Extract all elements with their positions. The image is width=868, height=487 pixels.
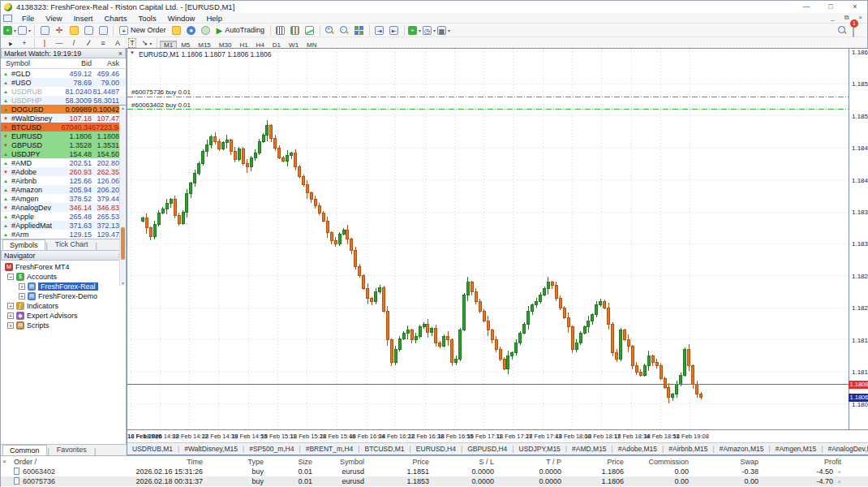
navigator-account-freshforex-real[interactable]: +▤FreshForex-Real — [1, 282, 126, 291]
horizontal-line-tool[interactable]: — — [53, 37, 66, 49]
market-watch-row[interactable]: ▲USDRUB81.024081.4487 — [1, 87, 126, 96]
market-watch-row[interactable]: ▼#WaltDisney107.18107.47 — [1, 114, 126, 123]
periods-button[interactable]: ◷ — [423, 24, 436, 36]
tree-expander-icon[interactable]: + — [19, 293, 25, 300]
market-watch-scrollbar[interactable]: ▲▼ — [119, 106, 126, 286]
market-watch-row[interactable]: ▲#Airbnb125.66126.06 — [1, 176, 126, 185]
tree-expander-icon[interactable]: + — [19, 283, 25, 290]
new-chart-button[interactable]: + — [3, 24, 16, 36]
market-watch-row[interactable]: ▲DOGUSD0.099890.10042 — [1, 105, 126, 114]
indicators-button[interactable]: + — [408, 24, 421, 36]
col-header-price[interactable]: Price — [565, 458, 627, 466]
autotrading-button[interactable]: ▶ AutoTrading — [214, 24, 267, 36]
mdi-minimize-button[interactable]: _ — [826, 14, 840, 22]
text-tool[interactable]: A — [111, 37, 124, 49]
market-watch-row[interactable]: ▲#USO78.6979.00 — [1, 78, 126, 87]
trendline-tool[interactable]: / — [67, 37, 80, 49]
zoom-out-button[interactable]: - — [338, 24, 351, 36]
arrows-tool[interactable]: ➘ — [140, 37, 153, 49]
col-header-size[interactable]: Size — [267, 458, 316, 466]
market-watch-row[interactable]: ▲#Apple265.48265.53 — [1, 212, 126, 221]
market-watch-row[interactable]: ▼EURUSD1.18061.1808 — [1, 131, 126, 140]
navigator-root[interactable]: MFreshForex MT4 — [1, 262, 126, 272]
news-button[interactable] — [200, 24, 213, 36]
zoom-in-button[interactable]: + — [324, 24, 337, 36]
chart-tab-usdrubm1[interactable]: USDRUB,M1 — [127, 445, 178, 453]
navigator-account-freshforex-demo[interactable]: +▤FreshForex-Demo — [1, 291, 126, 301]
chart-picture-button[interactable] — [38, 24, 51, 36]
menu-file[interactable]: File — [16, 14, 40, 23]
market-watch-row[interactable]: ▼BTCUSD67040.3467223.94 — [1, 123, 126, 131]
channel-tool[interactable]: ∕∕ — [82, 37, 95, 49]
close-order-icon[interactable]: × — [833, 468, 841, 476]
market-watch-close-icon[interactable]: × — [118, 50, 122, 58]
col-header-type[interactable]: Type — [206, 458, 267, 466]
mql5-community-button[interactable]: ● — [185, 24, 198, 36]
market-watch-row[interactable]: ▼#AnalogDev346.14346.83 — [1, 203, 126, 212]
chart-tab-brent_mh4[interactable]: #BRENT_m,H4 — [301, 445, 359, 453]
tree-expander-icon[interactable]: + — [7, 322, 14, 329]
tab-common[interactable]: Common — [2, 445, 47, 455]
cursor-move-button[interactable]: ✛ — [53, 24, 66, 36]
new-order-button[interactable]: + New Order — [117, 24, 169, 36]
navigator-scripts[interactable]: +▤Scripts — [1, 321, 126, 330]
col-header-time[interactable]: Time — [53, 458, 206, 466]
market-watch-row[interactable]: ▲#Arm129.15129.47 — [1, 230, 126, 239]
market-watch-row[interactable]: ▲USDPHP58.300958.3011 — [1, 96, 126, 105]
market-watch-row[interactable]: ▲#Amgen378.52379.44 — [1, 194, 126, 203]
col-header-price[interactable]: Price — [367, 458, 432, 466]
line-chart-mode-button[interactable] — [303, 24, 316, 36]
order-row[interactable]: 600757362026.02.18 00:31:37buy0.01eurusd… — [1, 476, 868, 486]
tile-windows-button[interactable] — [353, 24, 366, 36]
terminal-close-icon[interactable]: × — [2, 458, 6, 465]
maximize-button[interactable]: □ — [819, 1, 843, 13]
navigator-indicators[interactable]: +ƒIndicators — [1, 301, 126, 311]
menu-view[interactable]: View — [40, 14, 67, 23]
quick-trade-chevron-icon[interactable]: ▼ — [130, 50, 135, 55]
fibonacci-tool[interactable]: ≡ — [97, 37, 110, 49]
menu-charts[interactable]: Charts — [99, 14, 133, 23]
col-header-commission[interactable]: Commission — [627, 458, 692, 466]
col-header-swap[interactable]: Swap — [692, 458, 762, 466]
col-header-profit[interactable]: Profit — [762, 458, 844, 466]
chart-tab-usdjpym15[interactable]: USDJPY,M15 — [514, 445, 565, 453]
market-watch-row[interactable]: ▲#AMD202.51202.80 — [1, 158, 126, 167]
col-header-order[interactable]: Order / — [1, 458, 53, 466]
label-tool[interactable]: T — [126, 37, 139, 49]
chart-tab-sp500_mh4[interactable]: #SP500_m,H4 — [244, 445, 299, 453]
market-watch-toggle[interactable] — [67, 24, 80, 36]
scrollbar-thumb[interactable] — [121, 227, 125, 260]
chart-tab-waltdisneym15[interactable]: #WaltDisney,M15 — [179, 445, 243, 453]
chart-tab-analogdevm15[interactable]: #AnalogDev,M15 — [823, 445, 868, 453]
chart-plot[interactable]: ▼ EURUSD,M1 1.1806 1.1807 1.1806 1.1806 … — [127, 49, 868, 429]
candle-chart-mode-button[interactable] — [289, 24, 302, 36]
market-watch-row[interactable]: ▲#Amazon205.94206.20 — [1, 185, 126, 194]
navigator-expert-advisors[interactable]: +◆Expert Advisors — [1, 311, 126, 321]
crosshair-tool[interactable]: + — [18, 37, 31, 49]
cursor-tool[interactable]: ▲ — [3, 37, 16, 49]
market-watch-row[interactable]: ▼#Adobe260.93262.35 — [1, 167, 126, 176]
order-row[interactable]: 600634022026.02.16 15:31:26buy0.01eurusd… — [1, 467, 868, 476]
navigator-toggle[interactable] — [82, 24, 95, 36]
navigator-accounts[interactable]: −$Accounts — [1, 272, 126, 282]
chart-tab-airbnbm15[interactable]: #Airbnb,M15 — [664, 445, 712, 453]
tab-tick-chart[interactable]: Tick Chart — [49, 239, 95, 250]
chart-tab-amdm15[interactable]: #AMD,M15 — [567, 445, 612, 453]
market-watch-row[interactable]: ▲#AppliedMat371.63372.13 — [1, 221, 126, 230]
menu-insert[interactable]: Insert — [68, 14, 99, 23]
search-button[interactable] — [836, 24, 849, 36]
market-watch-row[interactable]: ▼GBPUSD1.35281.3531 — [1, 140, 126, 149]
tree-expander-icon[interactable]: + — [7, 312, 14, 319]
chart-tab-adobem15[interactable]: #Adobe,M15 — [613, 445, 662, 453]
market-watch-row[interactable]: ▲USDJPY154.48154.50 — [1, 149, 126, 158]
time-axis[interactable]: 18 Feb 202618 Feb 14:0218 Feb 14:2218 Fe… — [127, 429, 868, 442]
menu-window[interactable]: Window — [162, 14, 201, 23]
tab-symbols[interactable]: Symbols — [2, 239, 45, 250]
terminal-toggle[interactable] — [97, 24, 110, 36]
chart-tab-gbpusdh4[interactable]: GBPUSD,H4 — [462, 445, 512, 453]
chart-tab-amgenm15[interactable]: #Amgen,M15 — [771, 445, 822, 453]
chart-tab-btcusdm1[interactable]: BTCUSD,M1 — [359, 445, 409, 453]
chart-shift-button[interactable]: ⇤ — [388, 24, 401, 36]
chart-window-icon[interactable] — [3, 15, 12, 22]
metaeditor-button[interactable] — [170, 24, 183, 36]
